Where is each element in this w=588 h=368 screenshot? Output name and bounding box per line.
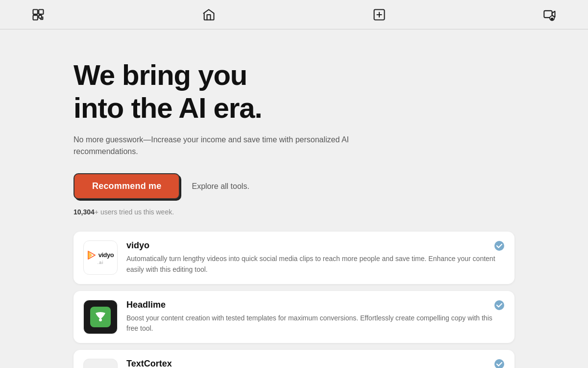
svg-rect-0 xyxy=(33,9,38,14)
camera-badge-icon[interactable]: ⊙ xyxy=(541,6,559,24)
textcortex-verified-badge xyxy=(494,359,505,368)
headlime-info: Headlime Boost your content creation wit… xyxy=(126,300,505,334)
svg-rect-1 xyxy=(39,9,43,14)
plus-square-icon[interactable] xyxy=(370,6,388,24)
tool-card-vidyo[interactable]: vidyo .ai vidyo Automatically turn lengt… xyxy=(74,232,514,284)
headlime-logo xyxy=(83,300,118,334)
headlime-name: Headlime xyxy=(126,300,505,310)
hero-title-line1: We bring you xyxy=(74,59,247,91)
navbar: ⊙ xyxy=(0,0,588,29)
svg-rect-3 xyxy=(39,15,42,18)
vidyo-logo: vidyo .ai xyxy=(83,240,118,275)
svg-point-13 xyxy=(99,318,102,321)
hero-subtitle: No more guesswork—Increase your income a… xyxy=(74,134,377,158)
users-suffix: + users tried us this week. xyxy=(95,208,174,216)
textcortex-name: TextCortex xyxy=(126,359,505,368)
svg-text:⊙: ⊙ xyxy=(551,17,553,20)
explore-all-link[interactable]: Explore all tools. xyxy=(192,182,249,191)
headlime-verified-badge xyxy=(494,300,505,311)
vidyo-desc: Automatically turn lengthy videos into q… xyxy=(126,254,505,275)
home-icon[interactable] xyxy=(200,6,218,24)
textcortex-logo: text .cortex xyxy=(83,359,118,368)
vidyo-info: vidyo Automatically turn lengthy videos … xyxy=(126,240,505,275)
svg-point-14 xyxy=(494,300,504,310)
svg-point-12 xyxy=(494,241,504,251)
recommend-me-button[interactable]: Recommend me xyxy=(74,173,180,199)
tool-card-headlime[interactable]: Headlime Boost your content creation wit… xyxy=(74,291,514,343)
layers-icon[interactable] xyxy=(29,6,47,24)
svg-rect-2 xyxy=(33,15,38,20)
users-badge: 10,304+ users tried us this week. xyxy=(74,208,514,216)
vidyo-verified-badge xyxy=(494,240,505,251)
textcortex-info: TextCortex Boost your content creation w… xyxy=(126,359,505,368)
svg-point-17 xyxy=(494,359,504,368)
hero-title: We bring you into the AI era. xyxy=(74,59,514,124)
tool-card-textcortex[interactable]: text .cortex TextCortex Boost your conte… xyxy=(74,350,514,368)
hero-title-line2: into the AI era. xyxy=(74,92,262,124)
vidyo-name: vidyo xyxy=(126,240,505,251)
users-count: 10,304 xyxy=(74,208,95,216)
headlime-desc: Boost your content creation with tested … xyxy=(126,313,505,334)
main-content: We bring you into the AI era. No more gu… xyxy=(64,29,524,368)
cta-row: Recommend me Explore all tools. xyxy=(74,173,514,199)
